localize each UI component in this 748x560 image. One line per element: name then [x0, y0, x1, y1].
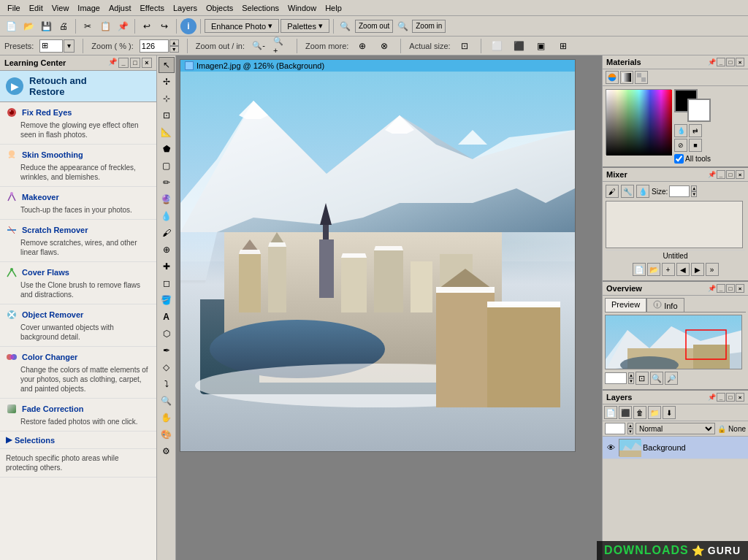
- layer-visibility-toggle[interactable]: 👁: [605, 442, 617, 453]
- paint-brush-tool[interactable]: 🖌: [159, 225, 175, 241]
- menu-layers[interactable]: Layers: [169, 2, 202, 14]
- zoom-tool[interactable]: 🔍: [159, 393, 175, 409]
- menu-objects[interactable]: Objects: [202, 2, 237, 14]
- new-button[interactable]: 📄: [3, 18, 19, 34]
- save-button[interactable]: 💾: [38, 18, 54, 34]
- menu-file[interactable]: File: [3, 2, 25, 14]
- mixer-prev-btn[interactable]: ◀: [676, 263, 690, 276]
- copy-button[interactable]: 📋: [97, 18, 113, 34]
- layers-restore[interactable]: □: [726, 393, 735, 402]
- zoom-out-icon[interactable]: 🔍-: [251, 38, 267, 54]
- zoom-out-button[interactable]: Zoom out: [355, 20, 393, 33]
- move-tool[interactable]: ✢: [159, 74, 175, 90]
- overview-close[interactable]: ×: [736, 284, 744, 293]
- mat-eyedropper-btn[interactable]: 💧: [674, 124, 687, 137]
- ov-zoom-out-btn[interactable]: 🔎: [665, 372, 678, 385]
- lc-item-makeover[interactable]: Makeover Touch-up the faces in your phot…: [0, 187, 156, 220]
- crop-tool[interactable]: ⊡: [159, 107, 175, 123]
- info-button[interactable]: i: [180, 18, 196, 34]
- selection-tool[interactable]: ▢: [159, 158, 175, 174]
- mixer-new-btn[interactable]: 📄: [633, 263, 646, 276]
- mixer-minimize[interactable]: _: [717, 170, 725, 179]
- lc-item-skin-smoothing[interactable]: Skin Smoothing Reduce the appearance of …: [0, 145, 156, 187]
- lc-item-fade-correction[interactable]: Fade Correction Restore faded photos wit…: [0, 399, 156, 431]
- mat-tab-pattern[interactable]: [635, 71, 648, 84]
- menu-image[interactable]: Image: [73, 2, 104, 14]
- dropper-tool[interactable]: 💧: [159, 208, 175, 224]
- fill-tool[interactable]: 🪣: [159, 292, 175, 308]
- mat-tab-color[interactable]: [606, 71, 619, 84]
- overview-zoom-down[interactable]: ▼: [628, 378, 634, 384]
- layers-close[interactable]: ×: [736, 393, 744, 402]
- layers-merge-btn[interactable]: ⬇: [663, 406, 676, 419]
- mixer-canvas[interactable]: [606, 201, 743, 248]
- mat-solid-btn[interactable]: ■: [689, 139, 702, 152]
- color-replacer-tool[interactable]: 🎨: [159, 426, 175, 442]
- eraser-tool[interactable]: ◻: [159, 275, 175, 291]
- mixer-next-btn[interactable]: ▶: [691, 263, 704, 276]
- zoom-more-icon1[interactable]: ⊕: [354, 38, 370, 54]
- mat-close[interactable]: ×: [736, 58, 744, 66]
- palettes-button[interactable]: Palettes ▾: [280, 19, 329, 33]
- cut-button[interactable]: ✂: [80, 18, 96, 34]
- deform-tool[interactable]: ⊹: [159, 91, 175, 107]
- size-down-btn[interactable]: ▼: [691, 191, 697, 197]
- fit-icon1[interactable]: ⬜: [489, 38, 505, 54]
- menu-help[interactable]: Help: [321, 2, 346, 14]
- node-tool[interactable]: ◇: [159, 359, 175, 375]
- lc-minimize-button[interactable]: _: [118, 58, 129, 68]
- mixer-close[interactable]: ×: [736, 170, 744, 179]
- ov-zoom-in-btn[interactable]: 🔍: [650, 372, 663, 385]
- magic-wand-tool[interactable]: 🔮: [159, 191, 175, 207]
- mixer-restore[interactable]: □: [726, 170, 735, 179]
- layers-new-btn[interactable]: 📄: [604, 406, 617, 419]
- redo-button[interactable]: ↪: [156, 18, 172, 34]
- zoom-in-button[interactable]: Zoom in: [412, 20, 446, 33]
- all-tools-checkbox[interactable]: [674, 154, 684, 164]
- mixer-dropper-btn[interactable]: 💧: [636, 185, 649, 198]
- mat-tab-gradient[interactable]: [620, 71, 633, 84]
- canvas-area[interactable]: Imagen2.jpg @ 126% (Background): [176, 55, 602, 560]
- warp-tool[interactable]: ⤵: [159, 376, 175, 392]
- mixer-size-input[interactable]: 20: [669, 185, 690, 197]
- enhance-photo-button[interactable]: Enhance Photo ▾: [205, 19, 279, 33]
- menu-adjust[interactable]: Adjust: [104, 2, 136, 14]
- overview-thumbnail[interactable]: [605, 315, 742, 369]
- open-button[interactable]: 📂: [20, 18, 37, 34]
- print-button[interactable]: 🖨: [56, 18, 72, 34]
- heal-tool[interactable]: ✚: [159, 258, 175, 275]
- lc-selections-section[interactable]: ▶ Selections: [0, 431, 156, 449]
- zoom-up-button[interactable]: ▲: [169, 39, 179, 46]
- opacity-up-btn[interactable]: ▲: [627, 423, 633, 429]
- straighten-tool[interactable]: 📐: [159, 124, 175, 140]
- mat-swap-btn[interactable]: ⇄: [689, 124, 702, 137]
- mixer-knife-btn[interactable]: 🔧: [621, 185, 634, 198]
- freehand-tool[interactable]: ✏: [159, 174, 175, 191]
- lc-item-scratch-remover[interactable]: Scratch Remover Remove scratches, wires,…: [0, 220, 156, 262]
- background-color[interactable]: [687, 99, 711, 122]
- layers-duplicate-btn[interactable]: ⬛: [619, 406, 632, 419]
- lc-item-fix-red-eyes[interactable]: Fix Red Eyes Remove the glowing eye effe…: [0, 102, 156, 145]
- perspective-tool[interactable]: ⬟: [159, 141, 175, 157]
- menu-view[interactable]: View: [47, 2, 74, 14]
- smart-carver-tool[interactable]: ⚙: [159, 443, 175, 459]
- opacity-down-btn[interactable]: ▼: [627, 429, 633, 434]
- zoom-down-button[interactable]: ▼: [169, 46, 179, 53]
- color-picker[interactable]: [606, 89, 671, 155]
- layers-delete-btn[interactable]: 🗑: [633, 406, 646, 419]
- layers-minimize[interactable]: _: [717, 393, 725, 402]
- zoom-value-input[interactable]: 126: [140, 39, 169, 53]
- select-tool[interactable]: ↖: [159, 57, 175, 73]
- overview-restore[interactable]: □: [726, 284, 735, 293]
- mixer-add-btn[interactable]: +: [662, 263, 675, 276]
- menu-selections[interactable]: Selections: [237, 2, 283, 14]
- shape-tool[interactable]: ⬡: [159, 326, 175, 342]
- zoom-more-icon2[interactable]: ⊗: [376, 38, 392, 54]
- mixer-more-btn[interactable]: »: [706, 263, 719, 276]
- clone-brush-tool[interactable]: ⊕: [159, 242, 175, 258]
- lc-item-color-changer[interactable]: Color Changer Change the colors of matte…: [0, 347, 156, 399]
- pen-tool[interactable]: ✒: [159, 342, 175, 358]
- layers-group-btn[interactable]: 📁: [648, 406, 661, 419]
- menu-edit[interactable]: Edit: [25, 2, 47, 14]
- blend-mode-select[interactable]: Normal Multiply Screen: [636, 423, 715, 434]
